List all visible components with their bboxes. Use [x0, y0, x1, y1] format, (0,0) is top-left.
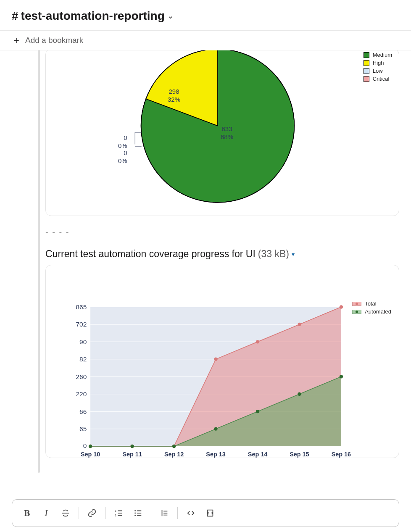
add-bookmark-label: Add a bookmark	[25, 36, 83, 45]
svg-text:82: 82	[79, 356, 87, 363]
legend-swatch	[364, 52, 369, 58]
svg-text:Sep 14: Sep 14	[248, 451, 267, 458]
legend-swatch	[364, 60, 369, 66]
svg-text:Sep 15: Sep 15	[290, 451, 309, 458]
message-block: 63368% 29832% 00% 00%	[12, 50, 399, 216]
thread-bar	[38, 246, 40, 473]
attachment-card-pie[interactable]: 63368% 29832% 00% 00%	[45, 50, 399, 216]
plus-icon: ＋	[12, 36, 21, 45]
svg-text:865: 865	[76, 303, 87, 311]
legend-swatch	[364, 76, 369, 82]
svg-point-20	[340, 305, 343, 308]
area-chart: 865 702 90 82 260 220 66 65 0	[46, 265, 399, 458]
legend-item: Medium	[364, 52, 392, 58]
attachment-size: (33 kB)	[258, 248, 289, 260]
message-gutter	[12, 50, 45, 216]
add-bookmark-button[interactable]: ＋ Add a bookmark	[12, 36, 399, 45]
area-legend: Total Automated	[352, 300, 391, 316]
svg-text:702: 702	[76, 321, 87, 328]
svg-text:Sep 16: Sep 16	[332, 451, 351, 458]
legend-label: Critical	[373, 76, 390, 82]
svg-text:260: 260	[76, 373, 87, 380]
pie-label-high: 29832%	[168, 88, 180, 104]
svg-point-26	[298, 392, 301, 396]
svg-text:66: 66	[79, 408, 87, 415]
legend-label: High	[373, 60, 384, 66]
channel-name: test-automation-reporting	[21, 9, 165, 23]
legend-label: Medium	[373, 52, 392, 58]
legend-item: Low	[364, 68, 392, 74]
svg-text:Sep 13: Sep 13	[206, 451, 225, 458]
chevron-down-icon: ⌄	[167, 11, 174, 21]
legend-label: Low	[373, 68, 383, 74]
message-block: Current test automation coverage progres…	[12, 246, 399, 473]
messages-pane: 63368% 29832% 00% 00%	[0, 50, 411, 484]
pie-label-critical: 00%	[118, 149, 127, 165]
legend-item: Automated	[352, 308, 391, 315]
legend-swatch	[352, 302, 361, 306]
legend-label: Automated	[365, 308, 391, 315]
divider-dashes: - - - -	[45, 228, 399, 237]
legend-swatch	[364, 68, 369, 74]
attachment-title: Current test automation coverage progres…	[45, 248, 256, 260]
svg-point-23	[172, 445, 176, 448]
pie-legend: Medium High Low Critical	[364, 52, 392, 84]
legend-item: Total	[352, 300, 391, 307]
svg-point-17	[214, 358, 217, 361]
svg-text:90: 90	[79, 338, 87, 345]
svg-text:0: 0	[83, 442, 87, 449]
svg-text:220: 220	[76, 390, 87, 398]
svg-point-21	[89, 445, 92, 448]
svg-point-27	[340, 375, 343, 378]
message-gutter	[12, 246, 45, 473]
channel-header: # test-automation-reporting ⌄	[0, 0, 411, 31]
svg-point-24	[214, 427, 217, 430]
caret-down-icon: ▾	[292, 251, 295, 258]
svg-point-19	[298, 323, 301, 326]
pie-label-medium: 63368%	[221, 125, 233, 141]
svg-text:Sep 11: Sep 11	[122, 451, 142, 458]
svg-point-25	[256, 410, 259, 413]
svg-point-22	[130, 445, 134, 448]
svg-point-18	[256, 340, 259, 343]
legend-swatch	[352, 310, 361, 314]
pie-label-low: 00%	[118, 134, 127, 150]
legend-label: Total	[365, 300, 376, 307]
bookmark-bar: ＋ Add a bookmark	[0, 31, 411, 50]
attachment-title-row[interactable]: Current test automation coverage progres…	[45, 248, 399, 260]
svg-text:65: 65	[79, 425, 87, 432]
legend-item: Critical	[364, 76, 392, 82]
attachment-card-area[interactable]: 865 702 90 82 260 220 66 65 0	[45, 265, 399, 458]
channel-hash: #	[12, 9, 18, 23]
channel-title-button[interactable]: # test-automation-reporting ⌄	[12, 9, 399, 23]
legend-item: High	[364, 60, 392, 66]
svg-text:Sep 10: Sep 10	[81, 451, 100, 458]
svg-text:Sep 12: Sep 12	[164, 451, 184, 458]
